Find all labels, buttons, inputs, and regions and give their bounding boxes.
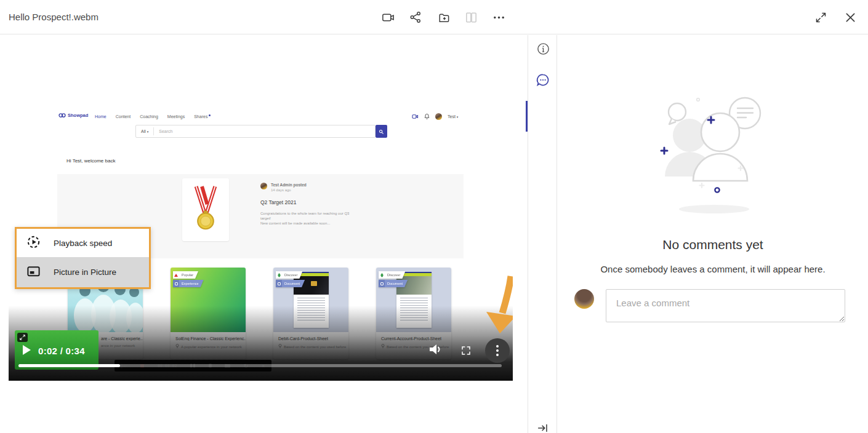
tab-comments[interactable] bbox=[536, 73, 550, 88]
add-to-collection-button[interactable] bbox=[435, 9, 451, 25]
greeting-text: Hi Test, welcome back bbox=[66, 158, 115, 164]
player-options-menu: Playback speed Picture in Picture bbox=[15, 227, 151, 289]
video-content-nav-links: Home Content Coaching Meetings Shares bbox=[95, 109, 211, 124]
kebab-icon bbox=[496, 345, 499, 356]
more-options-icon bbox=[492, 10, 506, 25]
collapse-panel-button[interactable] bbox=[536, 421, 550, 433]
medal-image-card bbox=[182, 178, 229, 241]
top-bar: Hello Prospect!.webm bbox=[0, 0, 868, 34]
viewer-window: Hello Prospect!.webm bbox=[0, 0, 868, 433]
expand-icon bbox=[814, 11, 827, 24]
expand-button[interactable] bbox=[813, 9, 829, 25]
empty-state-subtitle: Once somebody leaves a comment, it will … bbox=[558, 264, 868, 274]
document-icon bbox=[276, 280, 282, 287]
add-to-collection-icon bbox=[436, 10, 451, 25]
close-icon bbox=[844, 11, 857, 24]
share-icon bbox=[409, 10, 422, 24]
tab-info[interactable] bbox=[536, 42, 550, 57]
medal-icon bbox=[188, 181, 223, 238]
notification-dot bbox=[209, 114, 211, 116]
search-placeholder: Search bbox=[154, 129, 177, 133]
discover-badge: Discover bbox=[276, 271, 302, 279]
bell-icon bbox=[424, 113, 430, 120]
info-icon bbox=[536, 42, 550, 58]
showpad-logo: Showpad bbox=[58, 113, 88, 118]
nav-content: Content bbox=[116, 114, 131, 119]
time-display: 0:02 / 0:34 bbox=[38, 346, 85, 356]
seek-bar-progress bbox=[18, 364, 120, 367]
record-video-button[interactable] bbox=[380, 9, 396, 25]
split-view-button[interactable] bbox=[463, 9, 479, 25]
toolbar bbox=[380, 0, 507, 34]
announcement-post: Test Admin posted 14 days ago Q2 Target … bbox=[260, 183, 445, 226]
post-body: Congratulations to the whole team for re… bbox=[260, 211, 445, 226]
nav-home: Home bbox=[95, 114, 106, 119]
post-author-avatar bbox=[260, 183, 267, 189]
nav-coaching: Coaching bbox=[140, 114, 158, 119]
volume-icon bbox=[428, 349, 443, 359]
window-controls bbox=[813, 0, 858, 34]
comment-input[interactable] bbox=[606, 289, 845, 322]
user-menu: Test ▾ bbox=[448, 114, 458, 119]
video-content-nav-right: Test ▾ bbox=[412, 109, 458, 124]
playback-speed-menu-item[interactable]: Playback speed bbox=[17, 229, 149, 257]
search-icon bbox=[379, 126, 384, 137]
search-filter-dropdown: All▾ bbox=[136, 127, 154, 135]
volume-button[interactable] bbox=[428, 342, 443, 359]
fullscreen-button[interactable] bbox=[460, 345, 472, 358]
play-button[interactable] bbox=[23, 345, 31, 355]
panel-tab-strip bbox=[528, 35, 557, 433]
nav-shares: Shares bbox=[194, 114, 211, 119]
fullscreen-icon bbox=[460, 349, 472, 358]
nav-meetings: Meetings bbox=[167, 114, 185, 119]
collapse-panel-icon bbox=[536, 421, 550, 433]
discover-badge: Discover bbox=[379, 271, 405, 279]
discover-icon bbox=[379, 271, 385, 279]
experience-icon bbox=[173, 280, 179, 287]
popular-badge: Popular bbox=[173, 271, 198, 279]
discover-icon bbox=[276, 271, 282, 279]
brand-name: Showpad bbox=[68, 113, 88, 118]
document-icon bbox=[379, 280, 385, 287]
current-user-avatar bbox=[574, 289, 594, 309]
seek-bar[interactable] bbox=[18, 364, 502, 367]
mini-expand-icon bbox=[17, 333, 28, 342]
document-badge: Document bbox=[379, 280, 408, 287]
video-content-navbar: Showpad Home Content Coaching Meetings S… bbox=[9, 109, 513, 124]
active-tab-indicator bbox=[526, 101, 528, 132]
playback-speed-icon bbox=[26, 235, 41, 251]
experience-badge: Experience bbox=[173, 280, 204, 287]
file-title: Hello Prospect!.webm bbox=[9, 0, 98, 34]
comment-composer bbox=[574, 289, 845, 322]
more-options-button[interactable] bbox=[491, 9, 507, 25]
popular-icon bbox=[173, 271, 179, 279]
comments-panel: No comments yet Once somebody leaves a c… bbox=[558, 35, 868, 433]
video-player[interactable]: Showpad Home Content Coaching Meetings S… bbox=[9, 35, 513, 381]
search-box: All▾ Search bbox=[135, 125, 376, 138]
split-view-icon bbox=[464, 10, 478, 25]
picture-in-picture-menu-item[interactable]: Picture in Picture bbox=[17, 257, 149, 287]
close-button[interactable] bbox=[842, 9, 858, 25]
post-time-ago: 14 days ago bbox=[271, 188, 307, 193]
picture-in-picture-icon bbox=[26, 264, 41, 280]
comments-icon bbox=[536, 73, 550, 89]
video-content-search-row: All▾ Search bbox=[9, 124, 513, 140]
search-button bbox=[376, 125, 387, 138]
camera-icon bbox=[412, 114, 419, 120]
share-button[interactable] bbox=[408, 9, 424, 25]
post-author: Test Admin posted bbox=[271, 183, 307, 188]
empty-state-title: No comments yet bbox=[558, 237, 868, 252]
document-badge: Document bbox=[276, 280, 305, 287]
no-comments-illustration bbox=[659, 93, 766, 217]
user-avatar bbox=[435, 113, 442, 120]
player-more-options-button[interactable] bbox=[485, 338, 510, 363]
post-title: Q2 Target 2021 bbox=[260, 199, 445, 205]
video-camera-icon bbox=[381, 10, 395, 25]
